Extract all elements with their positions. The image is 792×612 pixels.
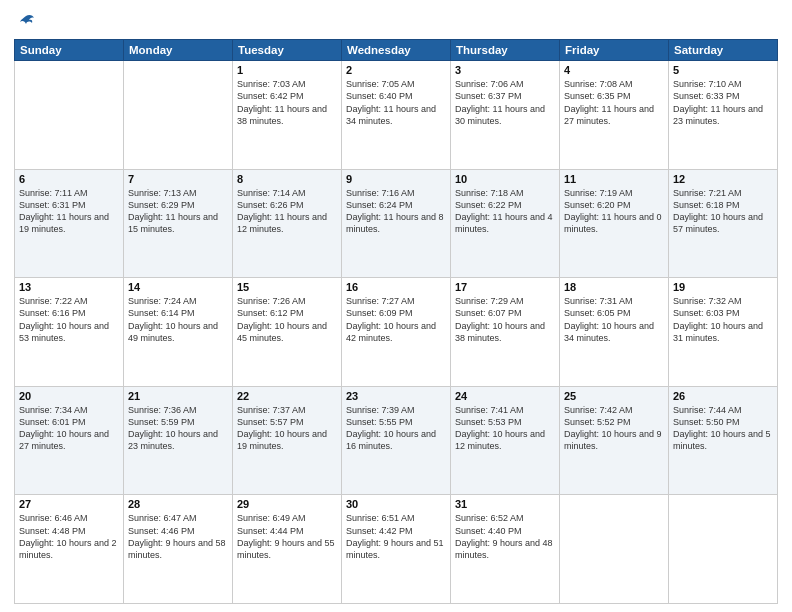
week-row-5: 27 Sunrise: 6:46 AM Sunset: 4:48 PM Dayl… <box>15 495 778 604</box>
calendar-cell: 15 Sunrise: 7:26 AM Sunset: 6:12 PM Dayl… <box>233 278 342 387</box>
header <box>14 12 778 33</box>
day-info: Sunrise: 7:27 AM Sunset: 6:09 PM Dayligh… <box>346 295 446 344</box>
calendar-cell: 10 Sunrise: 7:18 AM Sunset: 6:22 PM Dayl… <box>451 169 560 278</box>
day-number: 10 <box>455 173 555 185</box>
calendar-cell: 8 Sunrise: 7:14 AM Sunset: 6:26 PM Dayli… <box>233 169 342 278</box>
day-info: Sunrise: 7:36 AM Sunset: 5:59 PM Dayligh… <box>128 404 228 453</box>
calendar-cell: 5 Sunrise: 7:10 AM Sunset: 6:33 PM Dayli… <box>669 61 778 170</box>
day-number: 5 <box>673 64 773 76</box>
day-number: 30 <box>346 498 446 510</box>
calendar-cell: 26 Sunrise: 7:44 AM Sunset: 5:50 PM Dayl… <box>669 386 778 495</box>
day-number: 12 <box>673 173 773 185</box>
day-info: Sunrise: 7:41 AM Sunset: 5:53 PM Dayligh… <box>455 404 555 453</box>
calendar-cell: 12 Sunrise: 7:21 AM Sunset: 6:18 PM Dayl… <box>669 169 778 278</box>
day-info: Sunrise: 6:46 AM Sunset: 4:48 PM Dayligh… <box>19 512 119 561</box>
day-number: 29 <box>237 498 337 510</box>
weekday-header-thursday: Thursday <box>451 40 560 61</box>
logo <box>14 12 36 33</box>
day-info: Sunrise: 7:39 AM Sunset: 5:55 PM Dayligh… <box>346 404 446 453</box>
calendar-cell <box>15 61 124 170</box>
day-number: 28 <box>128 498 228 510</box>
calendar-cell: 25 Sunrise: 7:42 AM Sunset: 5:52 PM Dayl… <box>560 386 669 495</box>
day-info: Sunrise: 7:05 AM Sunset: 6:40 PM Dayligh… <box>346 78 446 127</box>
weekday-header-sunday: Sunday <box>15 40 124 61</box>
calendar-cell: 3 Sunrise: 7:06 AM Sunset: 6:37 PM Dayli… <box>451 61 560 170</box>
day-number: 31 <box>455 498 555 510</box>
day-number: 17 <box>455 281 555 293</box>
day-number: 13 <box>19 281 119 293</box>
weekday-header-friday: Friday <box>560 40 669 61</box>
calendar-cell: 21 Sunrise: 7:36 AM Sunset: 5:59 PM Dayl… <box>124 386 233 495</box>
calendar-cell: 1 Sunrise: 7:03 AM Sunset: 6:42 PM Dayli… <box>233 61 342 170</box>
day-info: Sunrise: 7:34 AM Sunset: 6:01 PM Dayligh… <box>19 404 119 453</box>
day-info: Sunrise: 7:42 AM Sunset: 5:52 PM Dayligh… <box>564 404 664 453</box>
day-info: Sunrise: 7:16 AM Sunset: 6:24 PM Dayligh… <box>346 187 446 236</box>
day-info: Sunrise: 7:31 AM Sunset: 6:05 PM Dayligh… <box>564 295 664 344</box>
day-number: 18 <box>564 281 664 293</box>
day-number: 27 <box>19 498 119 510</box>
day-number: 21 <box>128 390 228 402</box>
day-info: Sunrise: 6:52 AM Sunset: 4:40 PM Dayligh… <box>455 512 555 561</box>
day-info: Sunrise: 7:32 AM Sunset: 6:03 PM Dayligh… <box>673 295 773 344</box>
day-number: 8 <box>237 173 337 185</box>
weekday-header-row: SundayMondayTuesdayWednesdayThursdayFrid… <box>15 40 778 61</box>
calendar-cell: 6 Sunrise: 7:11 AM Sunset: 6:31 PM Dayli… <box>15 169 124 278</box>
day-info: Sunrise: 6:49 AM Sunset: 4:44 PM Dayligh… <box>237 512 337 561</box>
calendar-cell: 30 Sunrise: 6:51 AM Sunset: 4:42 PM Dayl… <box>342 495 451 604</box>
day-number: 7 <box>128 173 228 185</box>
day-number: 4 <box>564 64 664 76</box>
day-number: 11 <box>564 173 664 185</box>
weekday-header-wednesday: Wednesday <box>342 40 451 61</box>
day-info: Sunrise: 7:29 AM Sunset: 6:07 PM Dayligh… <box>455 295 555 344</box>
weekday-header-monday: Monday <box>124 40 233 61</box>
day-number: 20 <box>19 390 119 402</box>
day-number: 23 <box>346 390 446 402</box>
calendar-cell: 20 Sunrise: 7:34 AM Sunset: 6:01 PM Dayl… <box>15 386 124 495</box>
week-row-3: 13 Sunrise: 7:22 AM Sunset: 6:16 PM Dayl… <box>15 278 778 387</box>
calendar-cell: 28 Sunrise: 6:47 AM Sunset: 4:46 PM Dayl… <box>124 495 233 604</box>
day-info: Sunrise: 7:10 AM Sunset: 6:33 PM Dayligh… <box>673 78 773 127</box>
calendar-cell: 2 Sunrise: 7:05 AM Sunset: 6:40 PM Dayli… <box>342 61 451 170</box>
day-number: 14 <box>128 281 228 293</box>
calendar-cell: 9 Sunrise: 7:16 AM Sunset: 6:24 PM Dayli… <box>342 169 451 278</box>
calendar-cell: 18 Sunrise: 7:31 AM Sunset: 6:05 PM Dayl… <box>560 278 669 387</box>
calendar-cell: 13 Sunrise: 7:22 AM Sunset: 6:16 PM Dayl… <box>15 278 124 387</box>
calendar-cell: 31 Sunrise: 6:52 AM Sunset: 4:40 PM Dayl… <box>451 495 560 604</box>
calendar-cell <box>669 495 778 604</box>
day-info: Sunrise: 7:21 AM Sunset: 6:18 PM Dayligh… <box>673 187 773 236</box>
day-number: 25 <box>564 390 664 402</box>
day-number: 9 <box>346 173 446 185</box>
day-info: Sunrise: 7:22 AM Sunset: 6:16 PM Dayligh… <box>19 295 119 344</box>
day-info: Sunrise: 7:19 AM Sunset: 6:20 PM Dayligh… <box>564 187 664 236</box>
day-info: Sunrise: 7:24 AM Sunset: 6:14 PM Dayligh… <box>128 295 228 344</box>
calendar-cell <box>560 495 669 604</box>
calendar-cell: 22 Sunrise: 7:37 AM Sunset: 5:57 PM Dayl… <box>233 386 342 495</box>
day-info: Sunrise: 7:18 AM Sunset: 6:22 PM Dayligh… <box>455 187 555 236</box>
week-row-4: 20 Sunrise: 7:34 AM Sunset: 6:01 PM Dayl… <box>15 386 778 495</box>
day-info: Sunrise: 7:11 AM Sunset: 6:31 PM Dayligh… <box>19 187 119 236</box>
day-info: Sunrise: 7:37 AM Sunset: 5:57 PM Dayligh… <box>237 404 337 453</box>
day-info: Sunrise: 7:08 AM Sunset: 6:35 PM Dayligh… <box>564 78 664 127</box>
day-number: 15 <box>237 281 337 293</box>
weekday-header-saturday: Saturday <box>669 40 778 61</box>
calendar-cell: 16 Sunrise: 7:27 AM Sunset: 6:09 PM Dayl… <box>342 278 451 387</box>
calendar-cell: 7 Sunrise: 7:13 AM Sunset: 6:29 PM Dayli… <box>124 169 233 278</box>
calendar-page: SundayMondayTuesdayWednesdayThursdayFrid… <box>0 0 792 612</box>
day-info: Sunrise: 7:44 AM Sunset: 5:50 PM Dayligh… <box>673 404 773 453</box>
day-number: 22 <box>237 390 337 402</box>
calendar-cell: 14 Sunrise: 7:24 AM Sunset: 6:14 PM Dayl… <box>124 278 233 387</box>
day-info: Sunrise: 7:03 AM Sunset: 6:42 PM Dayligh… <box>237 78 337 127</box>
calendar-cell: 29 Sunrise: 6:49 AM Sunset: 4:44 PM Dayl… <box>233 495 342 604</box>
calendar-cell: 19 Sunrise: 7:32 AM Sunset: 6:03 PM Dayl… <box>669 278 778 387</box>
calendar-cell <box>124 61 233 170</box>
calendar-cell: 24 Sunrise: 7:41 AM Sunset: 5:53 PM Dayl… <box>451 386 560 495</box>
day-number: 1 <box>237 64 337 76</box>
day-info: Sunrise: 7:14 AM Sunset: 6:26 PM Dayligh… <box>237 187 337 236</box>
day-number: 19 <box>673 281 773 293</box>
day-number: 16 <box>346 281 446 293</box>
day-info: Sunrise: 7:06 AM Sunset: 6:37 PM Dayligh… <box>455 78 555 127</box>
day-number: 6 <box>19 173 119 185</box>
day-number: 24 <box>455 390 555 402</box>
logo-text <box>14 12 36 32</box>
calendar-cell: 11 Sunrise: 7:19 AM Sunset: 6:20 PM Dayl… <box>560 169 669 278</box>
